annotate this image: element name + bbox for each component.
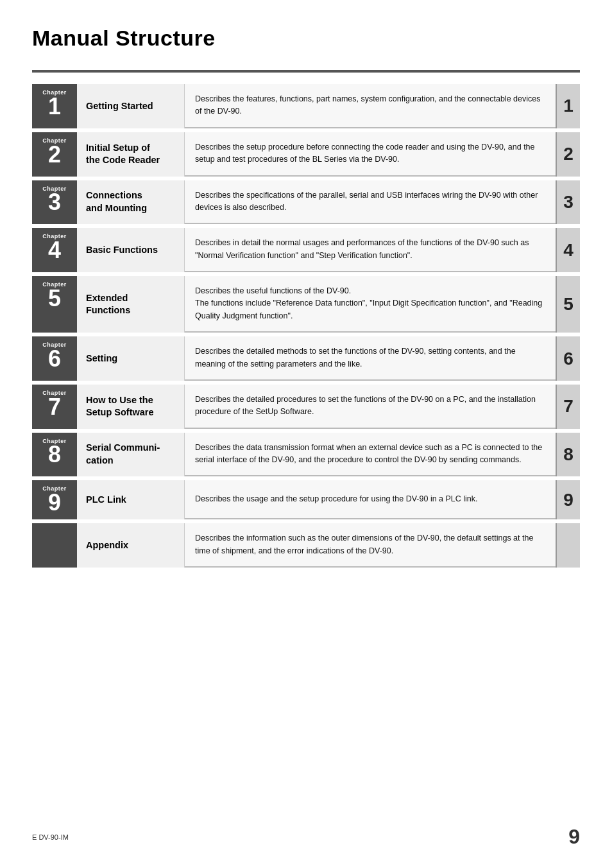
chapter-desc-ch2: Describes the setup procedure before con… (195, 141, 545, 166)
chapter-title-col-ch3: Connectionsand Mounting (77, 180, 185, 225)
tab-number-ch1: 1 (563, 96, 574, 116)
chapter-desc-ch4: Describes in detail the normal usages an… (195, 237, 545, 262)
title-divider (32, 70, 580, 73)
chapter-tab-ch9: 9 (556, 480, 580, 519)
chapter-tab-ch4: 4 (556, 228, 580, 272)
chapter-desc-ch3: Describes the specifications of the para… (195, 189, 545, 214)
chapter-tab-ch6: 6 (556, 336, 580, 381)
chapter-number-ch1: 1 (48, 95, 61, 118)
chapter-title-ch8: Serial Communi-cation (86, 442, 160, 467)
chapter-title-col-ch2: Initial Setup ofthe Code Reader (77, 132, 185, 177)
tab-number-ch4: 4 (563, 240, 574, 261)
chapter-desc-col-ch2: Describes the setup procedure before con… (185, 132, 556, 177)
footer-page-number: 9 (568, 825, 580, 849)
tab-number-ch2: 2 (563, 144, 574, 164)
footer-label: E DV-90-IM (32, 833, 69, 841)
chapter-title-col-ch1: Getting Started (77, 84, 185, 128)
page-title: Manual Structure (32, 26, 580, 51)
chapter-label-ch6: Chapter6 (32, 336, 77, 381)
chapter-number-ch9: 9 (48, 491, 61, 514)
chapter-title-ch3: Connectionsand Mounting (86, 189, 147, 214)
chapter-label-ch2: Chapter2 (32, 132, 77, 177)
chapter-desc-col-ch4: Describes in detail the normal usages an… (185, 228, 556, 272)
chapter-title-col-ch5: ExtendedFunctions (77, 276, 185, 333)
chapter-title-ch7: How to Use theSetup Software (86, 394, 154, 419)
chapter-title-col-ch4: Basic Functions (77, 228, 185, 272)
chapter-title-ch1: Getting Started (86, 100, 153, 113)
page-footer: E DV-90-IM 9 (32, 825, 580, 849)
chapter-desc-appendix: Describes the information such as the ou… (195, 532, 545, 557)
chapter-title-col-ch8: Serial Communi-cation (77, 433, 185, 477)
chapter-number-ch5: 5 (48, 287, 61, 310)
chapter-desc-col-ch7: Describes the detailed procedures to set… (185, 385, 556, 429)
chapter-row-ch4: Chapter4Basic FunctionsDescribes in deta… (32, 228, 580, 272)
chapter-desc-ch9: Describes the usage and the setup proced… (195, 493, 478, 505)
chapter-tab-ch5: 5 (556, 276, 580, 333)
chapter-desc-ch8: Describes the data transmission format w… (195, 442, 545, 467)
chapter-number-ch4: 4 (48, 239, 61, 262)
chapter-label-ch3: Chapter3 (32, 180, 77, 225)
chapter-desc-col-ch9: Describes the usage and the setup proced… (185, 480, 556, 519)
tab-number-ch3: 3 (563, 192, 574, 213)
chapter-label-appendix (32, 523, 77, 568)
tab-number-ch9: 9 (563, 490, 574, 510)
chapter-tab-ch7: 7 (556, 385, 580, 429)
chapter-row-appendix: AppendixDescribes the information such a… (32, 523, 580, 568)
chapter-number-ch6: 6 (48, 347, 61, 370)
chapter-desc-col-ch5: Describes the useful functions of the DV… (185, 276, 556, 333)
chapter-label-ch4: Chapter4 (32, 228, 77, 272)
chapter-number-ch3: 3 (48, 191, 61, 214)
chapter-title-col-ch7: How to Use theSetup Software (77, 385, 185, 429)
chapter-title-ch6: Setting (86, 352, 117, 365)
chapter-row-ch7: Chapter7How to Use theSetup SoftwareDesc… (32, 385, 580, 429)
chapter-label-ch7: Chapter7 (32, 385, 77, 429)
chapter-row-ch1: Chapter1Getting StartedDescribes the fea… (32, 84, 580, 128)
chapter-number-ch2: 2 (48, 143, 61, 166)
chapters-container: Chapter1Getting StartedDescribes the fea… (32, 84, 580, 571)
chapter-row-ch8: Chapter8Serial Communi-cationDescribes t… (32, 433, 580, 477)
chapter-desc-ch7: Describes the detailed procedures to set… (195, 394, 545, 419)
chapter-title-ch2: Initial Setup ofthe Code Reader (86, 142, 160, 167)
chapter-tab-ch2: 2 (556, 132, 580, 177)
chapter-title-col-appendix: Appendix (77, 523, 185, 568)
chapter-number-ch8: 8 (48, 443, 61, 466)
chapter-label-ch5: Chapter5 (32, 276, 77, 333)
chapter-number-ch7: 7 (48, 395, 61, 419)
tab-number-ch8: 8 (563, 444, 574, 465)
chapter-row-ch9: Chapter9PLC LinkDescribes the usage and … (32, 480, 580, 519)
chapter-title-ch5: ExtendedFunctions (86, 292, 130, 317)
chapter-desc-col-ch6: Describes the detailed methods to set th… (185, 336, 556, 381)
chapter-title-col-ch9: PLC Link (77, 480, 185, 519)
chapter-desc-ch1: Describes the features, functions, part … (195, 93, 545, 118)
chapter-desc-col-appendix: Describes the information such as the ou… (185, 523, 556, 568)
chapter-label-ch1: Chapter1 (32, 84, 77, 128)
chapter-desc-col-ch8: Describes the data transmission format w… (185, 433, 556, 477)
chapter-tab-ch1: 1 (556, 84, 580, 128)
chapter-title-appendix: Appendix (86, 539, 128, 552)
chapter-row-ch5: Chapter5ExtendedFunctionsDescribes the u… (32, 276, 580, 333)
chapter-label-ch9: Chapter9 (32, 480, 77, 519)
tab-number-ch7: 7 (563, 396, 574, 417)
chapter-tab-appendix (556, 523, 580, 568)
chapter-tab-ch3: 3 (556, 180, 580, 225)
chapter-row-ch6: Chapter6SettingDescribes the detailed me… (32, 336, 580, 381)
chapter-desc-ch6: Describes the detailed methods to set th… (195, 345, 545, 370)
chapter-label-ch8: Chapter8 (32, 433, 77, 477)
tab-number-ch5: 5 (563, 294, 574, 315)
chapter-desc-col-ch1: Describes the features, functions, part … (185, 84, 556, 128)
chapter-desc-ch5: Describes the useful functions of the DV… (195, 285, 545, 322)
chapter-title-col-ch6: Setting (77, 336, 185, 381)
chapter-row-ch3: Chapter3Connectionsand MountingDescribes… (32, 180, 580, 225)
chapter-desc-col-ch3: Describes the specifications of the para… (185, 180, 556, 225)
chapter-tab-ch8: 8 (556, 433, 580, 477)
chapter-title-ch4: Basic Functions (86, 244, 158, 257)
tab-number-ch6: 6 (563, 349, 574, 369)
chapter-row-ch2: Chapter2Initial Setup ofthe Code ReaderD… (32, 132, 580, 177)
chapter-title-ch9: PLC Link (86, 494, 126, 507)
